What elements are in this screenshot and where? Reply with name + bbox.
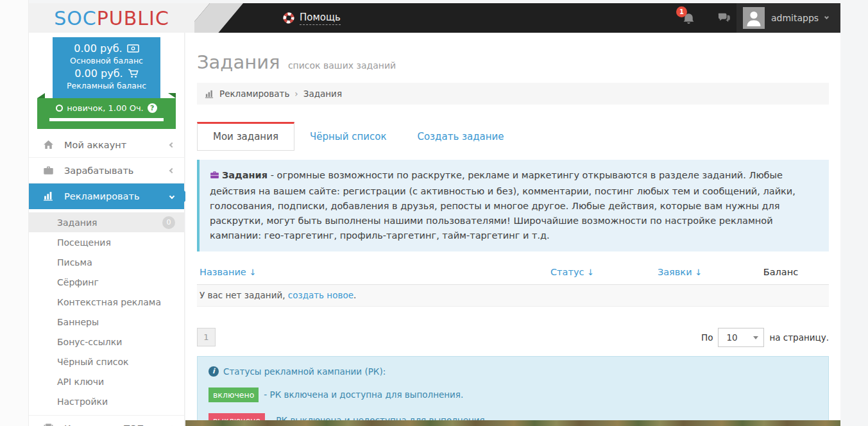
submenu-item-label: Настройки <box>57 396 175 407</box>
submenu-item-context-ads[interactable]: Контекстная реклама <box>29 292 184 312</box>
per-page-value: 10 <box>726 332 737 343</box>
tab-create-task[interactable]: Создать задание <box>402 122 519 151</box>
legend-title-row: i Статусы рекламной кампании (РК): <box>208 366 817 377</box>
column-header-name[interactable]: Название ↓ <box>197 267 518 277</box>
submenu-item-letters[interactable]: Письма <box>29 252 184 272</box>
top-header: SOCPUBLIC Помощь 1 <box>29 3 840 33</box>
tasks-info-box: Задания - огромные возможности по раскру… <box>197 160 829 251</box>
page-title: Задания <box>197 51 280 73</box>
legend-title: Статусы рекламной кампании (РК): <box>223 366 386 377</box>
cart-icon <box>128 69 139 78</box>
page-background-texture <box>185 420 840 426</box>
submenu-item-tasks[interactable]: Задания 0 <box>29 212 184 232</box>
logo-area[interactable]: SOCPUBLIC <box>29 3 194 33</box>
column-header-requests[interactable]: Заявки ↓ <box>627 267 733 277</box>
banknote-icon <box>127 44 139 53</box>
column-header-status[interactable]: Статус ↓ <box>518 267 627 277</box>
main-balance-label: Основной баланс <box>55 56 158 65</box>
tab-blacklist[interactable]: Чёрный список <box>294 122 402 151</box>
ad-balance-amount: 0.00 руб. <box>74 67 123 80</box>
home-icon <box>43 139 54 150</box>
submenu-item-surfing[interactable]: Сёрфинг <box>29 272 184 292</box>
sidebar-nav: Мой аккаунт Зарабатывать Рекламировать <box>29 132 184 426</box>
breadcrumb: Рекламировать › Задания <box>197 83 829 105</box>
breadcrumb-item-tasks: Задания <box>303 89 342 99</box>
tasks-table-header: Название ↓ Статус ↓ Заявки ↓ Баланс <box>197 260 829 285</box>
column-header-balance: Баланс <box>733 267 829 277</box>
breadcrumb-separator: › <box>294 89 298 99</box>
submenu-item-label: Посещения <box>57 237 175 248</box>
help-label: Помощь <box>300 12 341 25</box>
sidebar-item-label: Мой аккаунт <box>64 140 170 150</box>
main-balance-amount: 0.00 руб. <box>74 42 122 55</box>
info-circle-icon: i <box>208 366 219 377</box>
page-1-button[interactable]: 1 <box>197 328 216 346</box>
trophy-icon <box>43 423 54 426</box>
user-menu[interactable]: admitapps <box>736 3 840 33</box>
submenu-item-label: Сёрфинг <box>57 277 175 287</box>
column-label: Заявки <box>658 267 692 277</box>
chevron-left-icon <box>169 142 174 147</box>
lifebuoy-icon <box>283 12 294 24</box>
submenu-item-settings[interactable]: Настройки <box>29 391 184 411</box>
bar-chart-icon <box>205 89 214 99</box>
sidebar-item-label: Зарабатывать <box>64 166 170 176</box>
sort-desc-icon: ↓ <box>249 268 256 277</box>
sidebar: 0.00 руб. Основной баланс 0.00 руб. Рекл… <box>29 33 185 426</box>
help-link[interactable]: Помощь <box>283 3 341 33</box>
submenu-item-label: Бонус-ссылки <box>57 337 175 347</box>
sort-desc-icon: ↓ <box>587 268 594 277</box>
legend-item-text: - РК включена и доступна для выполнения. <box>264 389 463 400</box>
briefcase-icon <box>43 165 54 176</box>
column-label: Название <box>200 267 246 277</box>
sidebar-item-earn[interactable]: Зарабатывать <box>29 158 184 183</box>
logo-text-soc: SOC <box>54 7 97 30</box>
create-new-task-link[interactable]: создать новое <box>288 290 353 300</box>
empty-table-row: У вас нет заданий, создать новое. <box>197 285 829 307</box>
advertise-submenu: Задания 0 Посещения Письма Сёрфинг Конте… <box>29 209 184 416</box>
briefcase-icon <box>210 171 219 182</box>
select-arrow-icon <box>753 336 758 339</box>
rank-ribbon: новичок, 1.00 Оч. ? <box>37 98 176 129</box>
notifications-bell-button[interactable]: 1 <box>683 12 695 24</box>
tasks-count-badge: 0 <box>162 216 175 229</box>
submenu-item-label: Контекстная реклама <box>57 297 175 307</box>
rank-progress-track <box>49 118 164 121</box>
info-box-text: - огромные возможности по раскрутке, рек… <box>210 170 796 241</box>
sort-desc-icon: ↓ <box>695 268 702 277</box>
submenu-item-label: Баннеры <box>57 317 175 327</box>
sidebar-item-advertise[interactable]: Рекламировать <box>29 183 184 209</box>
avatar <box>743 7 765 29</box>
main-balance-row: 0.00 руб. <box>55 42 158 55</box>
tab-my-tasks[interactable]: Мои задания <box>197 122 294 151</box>
ad-balance-row: 0.00 руб. <box>55 67 158 80</box>
pagination-bar: 1 По 10 на страницу. <box>197 328 829 347</box>
submenu-item-api-keys[interactable]: API ключи <box>29 371 184 391</box>
submenu-item-blacklist[interactable]: Чёрный список <box>29 352 184 371</box>
sidebar-item-my-account[interactable]: Мой аккаунт <box>29 132 184 158</box>
submenu-item-label: API ключи <box>57 377 175 387</box>
submenu-item-label: Чёрный список <box>57 357 175 367</box>
submenu-item-bonus-links[interactable]: Бонус-ссылки <box>29 332 184 352</box>
submenu-item-banners[interactable]: Баннеры <box>29 312 184 332</box>
per-page-select[interactable]: 10 <box>718 328 764 347</box>
header-icon-group: 1 <box>683 3 730 33</box>
status-legend-box: i Статусы рекламной кампании (РК): включ… <box>197 356 829 426</box>
status-badge-enabled: включено <box>208 388 259 402</box>
rank-label: новичок, 1.00 Оч. <box>67 103 143 113</box>
page-left-margin <box>0 0 29 426</box>
submenu-item-label: Задания <box>57 217 162 228</box>
socpublic-logo: SOCPUBLIC <box>54 7 169 30</box>
breadcrumb-item-advertise[interactable]: Рекламировать <box>219 89 289 99</box>
per-page-prefix: По <box>701 332 713 343</box>
sidebar-item-contests[interactable]: Конкурсы и ТОПы <box>29 416 184 426</box>
chevron-down-icon <box>169 193 174 198</box>
messages-button[interactable] <box>717 12 730 24</box>
submenu-item-visits[interactable]: Посещения <box>29 232 184 252</box>
username-label: admitapps <box>771 13 819 23</box>
submenu-item-label: Письма <box>57 257 175 268</box>
question-circle-icon[interactable]: ? <box>148 103 157 113</box>
bar-chart-icon <box>43 191 54 201</box>
main-content: Задания список ваших заданий Рекламирова… <box>185 33 840 426</box>
balance-widget: 0.00 руб. Основной баланс 0.00 руб. Рекл… <box>53 37 160 98</box>
